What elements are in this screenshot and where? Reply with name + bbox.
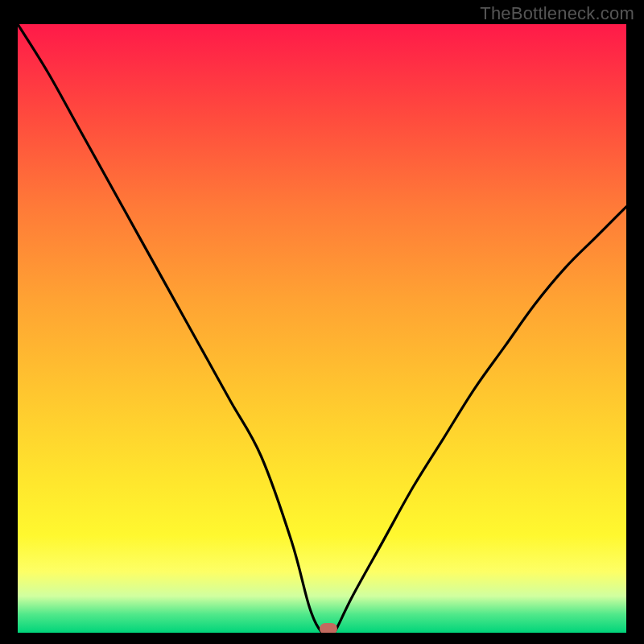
bottleneck-curve-path bbox=[18, 24, 626, 633]
watermark-text: TheBottleneck.com bbox=[480, 3, 634, 24]
optimal-point-marker bbox=[320, 623, 337, 633]
plot-area bbox=[18, 24, 626, 633]
bottleneck-curve-svg bbox=[18, 24, 626, 633]
chart-frame: TheBottleneck.com bbox=[0, 0, 644, 644]
